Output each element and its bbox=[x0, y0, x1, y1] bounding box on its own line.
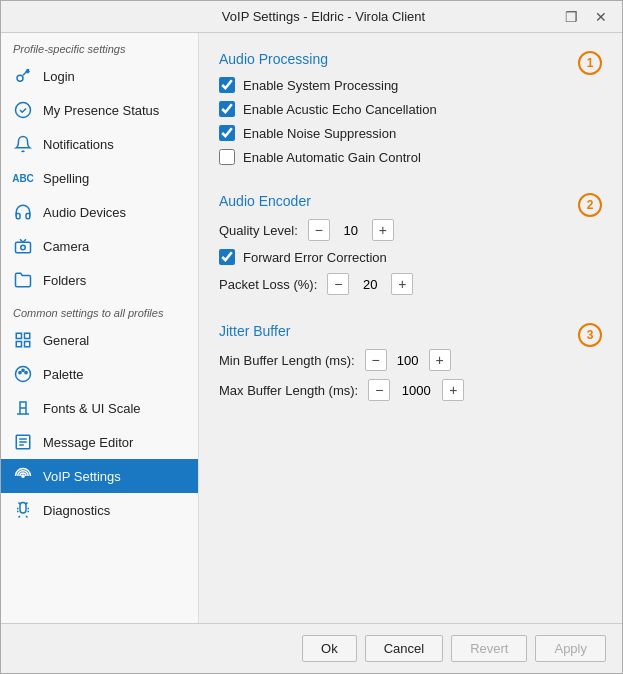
fec-label: Forward Error Correction bbox=[243, 250, 387, 265]
svg-point-9 bbox=[19, 371, 21, 373]
bell-icon bbox=[13, 134, 33, 154]
audio-encoder-section: Audio Encoder Quality Level: − 10 + Forw… bbox=[219, 193, 602, 303]
sidebar-item-my-presence-status[interactable]: My Presence Status bbox=[1, 93, 198, 127]
sidebar-item-camera-label: Camera bbox=[43, 239, 89, 254]
packet-loss-decrement[interactable]: − bbox=[327, 273, 349, 295]
enable-noise-checkbox[interactable] bbox=[219, 125, 235, 141]
packet-loss-label: Packet Loss (%): bbox=[219, 277, 317, 292]
max-buffer-increment[interactable]: + bbox=[442, 379, 464, 401]
audio-processing-title: Audio Processing bbox=[219, 51, 568, 67]
min-buffer-row: Min Buffer Length (ms): − 100 + bbox=[219, 349, 568, 371]
enable-system-checkbox[interactable] bbox=[219, 77, 235, 93]
sidebar-item-message-editor[interactable]: Message Editor bbox=[1, 425, 198, 459]
balloon-2: 2 bbox=[578, 193, 602, 217]
sidebar-item-palette[interactable]: Palette bbox=[1, 357, 198, 391]
packet-loss-increment[interactable]: + bbox=[391, 273, 413, 295]
content-area: Audio Processing Enable System Processin… bbox=[199, 33, 622, 623]
quality-level-value: 10 bbox=[336, 223, 366, 238]
min-buffer-label: Min Buffer Length (ms): bbox=[219, 353, 355, 368]
check-row-fec: Forward Error Correction bbox=[219, 249, 568, 265]
message-editor-icon bbox=[13, 432, 33, 452]
window: VoIP Settings - Eldric - Virola Client ❐… bbox=[0, 0, 623, 674]
svg-point-11 bbox=[25, 371, 27, 373]
sidebar-item-notifications-label: Notifications bbox=[43, 137, 114, 152]
cancel-button[interactable]: Cancel bbox=[365, 635, 443, 662]
profile-section-label: Profile-specific settings bbox=[1, 33, 198, 59]
sidebar-item-voip-settings[interactable]: VoIP Settings bbox=[1, 459, 198, 493]
sidebar-item-audio-devices[interactable]: Audio Devices bbox=[1, 195, 198, 229]
title-bar-buttons: ❐ ✕ bbox=[558, 7, 614, 27]
enable-echo-checkbox[interactable] bbox=[219, 101, 235, 117]
enable-gain-checkbox[interactable] bbox=[219, 149, 235, 165]
max-buffer-label: Max Buffer Length (ms): bbox=[219, 383, 358, 398]
svg-point-10 bbox=[22, 369, 24, 371]
spelling-icon: ABC bbox=[13, 168, 33, 188]
sidebar: Profile-specific settings Login bbox=[1, 33, 199, 623]
sidebar-item-diagnostics[interactable]: Diagnostics bbox=[1, 493, 198, 527]
sidebar-item-spelling[interactable]: ABC Spelling bbox=[1, 161, 198, 195]
sidebar-item-folders[interactable]: Folders bbox=[1, 263, 198, 297]
audio-processing-header: Audio Processing Enable System Processin… bbox=[219, 51, 602, 173]
jitter-buffer-section: Jitter Buffer Min Buffer Length (ms): − … bbox=[219, 323, 602, 409]
sidebar-item-spelling-label: Spelling bbox=[43, 171, 89, 186]
min-buffer-value: 100 bbox=[393, 353, 423, 368]
maximize-button[interactable]: ❐ bbox=[558, 7, 584, 27]
bug-icon bbox=[13, 500, 33, 520]
sidebar-item-camera[interactable]: Camera bbox=[1, 229, 198, 263]
key-icon bbox=[13, 66, 33, 86]
balloon-1: 1 bbox=[578, 51, 602, 75]
svg-rect-4 bbox=[16, 333, 21, 338]
revert-button[interactable]: Revert bbox=[451, 635, 527, 662]
check-row-gain: Enable Automatic Gain Control bbox=[219, 149, 568, 165]
window-title: VoIP Settings - Eldric - Virola Client bbox=[89, 9, 558, 24]
svg-rect-7 bbox=[25, 342, 30, 347]
sidebar-item-voip-settings-label: VoIP Settings bbox=[43, 469, 121, 484]
enable-noise-label: Enable Noise Suppression bbox=[243, 126, 396, 141]
svg-rect-6 bbox=[16, 342, 21, 347]
svg-rect-2 bbox=[16, 242, 31, 253]
packet-loss-value: 20 bbox=[355, 277, 385, 292]
quality-level-row: Quality Level: − 10 + bbox=[219, 219, 568, 241]
check-row-system: Enable System Processing bbox=[219, 77, 568, 93]
apply-button[interactable]: Apply bbox=[535, 635, 606, 662]
enable-echo-label: Enable Acustic Echo Cancellation bbox=[243, 102, 437, 117]
sidebar-item-general-label: General bbox=[43, 333, 89, 348]
svg-point-13 bbox=[22, 475, 24, 477]
min-buffer-increment[interactable]: + bbox=[429, 349, 451, 371]
ok-button[interactable]: Ok bbox=[302, 635, 357, 662]
sidebar-item-my-presence-status-label: My Presence Status bbox=[43, 103, 159, 118]
audio-encoder-title: Audio Encoder bbox=[219, 193, 568, 209]
sidebar-item-folders-label: Folders bbox=[43, 273, 86, 288]
general-icon bbox=[13, 330, 33, 350]
svg-point-3 bbox=[21, 245, 26, 250]
camera-icon bbox=[13, 236, 33, 256]
jitter-buffer-header: Jitter Buffer Min Buffer Length (ms): − … bbox=[219, 323, 602, 409]
sidebar-item-login[interactable]: Login bbox=[1, 59, 198, 93]
sidebar-item-general[interactable]: General bbox=[1, 323, 198, 357]
audio-encoder-header: Audio Encoder Quality Level: − 10 + Forw… bbox=[219, 193, 602, 303]
min-buffer-decrement[interactable]: − bbox=[365, 349, 387, 371]
sidebar-item-login-label: Login bbox=[43, 69, 75, 84]
sidebar-item-palette-label: Palette bbox=[43, 367, 83, 382]
headset-icon bbox=[13, 202, 33, 222]
quality-level-decrement[interactable]: − bbox=[308, 219, 330, 241]
folder-icon bbox=[13, 270, 33, 290]
voip-icon bbox=[13, 466, 33, 486]
enable-system-label: Enable System Processing bbox=[243, 78, 398, 93]
jitter-buffer-title: Jitter Buffer bbox=[219, 323, 568, 339]
svg-point-1 bbox=[16, 103, 31, 118]
title-bar: VoIP Settings - Eldric - Virola Client ❐… bbox=[1, 1, 622, 33]
quality-level-increment[interactable]: + bbox=[372, 219, 394, 241]
sidebar-item-fonts-ui-scale[interactable]: Fonts & UI Scale bbox=[1, 391, 198, 425]
check-circle-icon bbox=[13, 100, 33, 120]
quality-level-label: Quality Level: bbox=[219, 223, 298, 238]
sidebar-item-message-editor-label: Message Editor bbox=[43, 435, 133, 450]
fec-checkbox[interactable] bbox=[219, 249, 235, 265]
sidebar-item-notifications[interactable]: Notifications bbox=[1, 127, 198, 161]
close-button[interactable]: ✕ bbox=[588, 7, 614, 27]
fonts-icon bbox=[13, 398, 33, 418]
svg-point-0 bbox=[17, 75, 23, 81]
audio-processing-section: Audio Processing Enable System Processin… bbox=[219, 51, 602, 173]
sidebar-item-audio-devices-label: Audio Devices bbox=[43, 205, 126, 220]
max-buffer-decrement[interactable]: − bbox=[368, 379, 390, 401]
